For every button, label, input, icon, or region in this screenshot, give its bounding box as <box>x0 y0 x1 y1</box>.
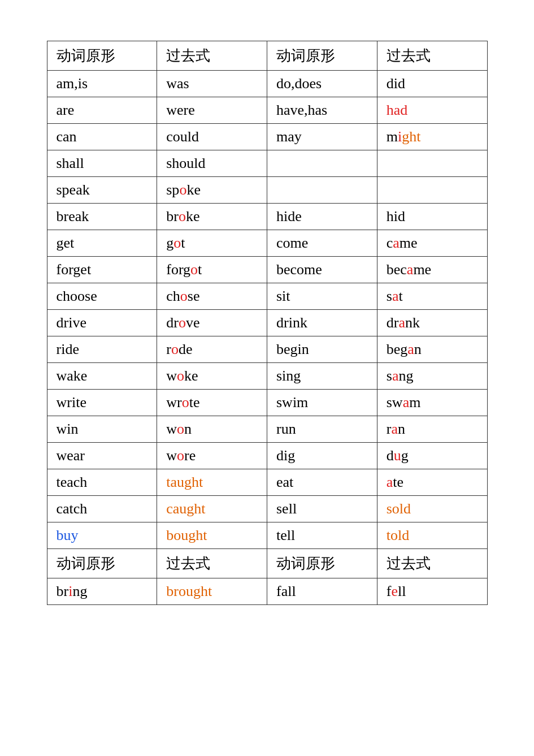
table-cell: got <box>157 230 267 257</box>
table-row: choosechosesitsat <box>47 283 487 310</box>
table-row: winwonrunran <box>47 416 487 443</box>
table-cell: tell <box>267 522 377 549</box>
header-col4: 过去式 <box>377 41 487 71</box>
table-cell <box>267 150 377 177</box>
table-row: 动词原形过去式动词原形过去式 <box>47 549 487 578</box>
table-cell: had <box>377 97 487 124</box>
table-cell: fell <box>377 578 487 605</box>
table-row: riderodebeginbegan <box>47 336 487 363</box>
table-row: am,iswasdo,doesdid <box>47 71 487 97</box>
table-cell: am,is <box>47 71 157 97</box>
table-cell: began <box>377 336 487 363</box>
table-row: teachtaughteatate <box>47 469 487 496</box>
table-cell: do,does <box>267 71 377 97</box>
table-cell: drove <box>157 310 267 336</box>
header-col3: 动词原形 <box>267 41 377 71</box>
table-cell: eat <box>267 469 377 496</box>
table-cell: swam <box>377 390 487 416</box>
table-cell: taught <box>157 469 267 496</box>
table-cell: bring <box>47 578 157 605</box>
table-header-row: 动词原形 过去式 动词原形 过去式 <box>47 41 487 71</box>
table-cell: sit <box>267 283 377 310</box>
table-row: shallshould <box>47 150 487 177</box>
table-cell: choose <box>47 283 157 310</box>
table-cell: sang <box>377 363 487 390</box>
table-cell: sing <box>267 363 377 390</box>
table-cell: can <box>47 124 157 150</box>
table-cell: ran <box>377 416 487 443</box>
table-cell: break <box>47 204 157 230</box>
table-cell: told <box>377 522 487 549</box>
table-row: wearworedigdug <box>47 443 487 469</box>
page-container: 动词原形 过去式 动词原形 过去式 am,iswasdo,doesdidarew… <box>47 34 488 722</box>
table-header-repeat: 动词原形 <box>47 549 157 578</box>
table-cell: ate <box>377 469 487 496</box>
table-cell: drink <box>267 310 377 336</box>
table-cell: wear <box>47 443 157 469</box>
table-cell: chose <box>157 283 267 310</box>
table-cell: drank <box>377 310 487 336</box>
verb-table: 动词原形 过去式 动词原形 过去式 am,iswasdo,doesdidarew… <box>47 41 488 605</box>
table-cell: wrote <box>157 390 267 416</box>
table-cell: bought <box>157 522 267 549</box>
table-cell: won <box>157 416 267 443</box>
table-cell: teach <box>47 469 157 496</box>
table-row: cancouldmaymight <box>47 124 487 150</box>
table-cell: sell <box>267 496 377 522</box>
table-cell <box>377 177 487 204</box>
table-cell: caught <box>157 496 267 522</box>
table-cell: may <box>267 124 377 150</box>
header-col1: 动词原形 <box>47 41 157 71</box>
table-cell: were <box>157 97 267 124</box>
table-row: writewroteswimswam <box>47 390 487 416</box>
table-cell: forget <box>47 257 157 283</box>
table-header-repeat: 过去式 <box>157 549 267 578</box>
table-cell: fall <box>267 578 377 605</box>
table-cell: begin <box>267 336 377 363</box>
table-cell: spoke <box>157 177 267 204</box>
table-cell: broke <box>157 204 267 230</box>
table-row: buyboughttelltold <box>47 522 487 549</box>
table-row: getgotcomecame <box>47 230 487 257</box>
table-cell: sat <box>377 283 487 310</box>
table-cell: wake <box>47 363 157 390</box>
table-cell <box>377 150 487 177</box>
table-cell: have,has <box>267 97 377 124</box>
table-row: forgetforgotbecomebecame <box>47 257 487 283</box>
table-cell: buy <box>47 522 157 549</box>
table-cell: dig <box>267 443 377 469</box>
table-cell: hide <box>267 204 377 230</box>
table-cell: became <box>377 257 487 283</box>
table-cell: write <box>47 390 157 416</box>
header-col2: 过去式 <box>157 41 267 71</box>
table-row: catchcaughtsellsold <box>47 496 487 522</box>
table-cell: hid <box>377 204 487 230</box>
table-cell: drive <box>47 310 157 336</box>
table-cell: catch <box>47 496 157 522</box>
table-cell: woke <box>157 363 267 390</box>
table-cell: might <box>377 124 487 150</box>
table-cell: was <box>157 71 267 97</box>
table-header-repeat: 动词原形 <box>267 549 377 578</box>
table-cell: came <box>377 230 487 257</box>
table-cell: are <box>47 97 157 124</box>
table-cell: should <box>157 150 267 177</box>
table-cell: become <box>267 257 377 283</box>
table-cell: dug <box>377 443 487 469</box>
table-cell: ride <box>47 336 157 363</box>
table-cell: could <box>157 124 267 150</box>
table-row: breakbrokehidehid <box>47 204 487 230</box>
table-cell: speak <box>47 177 157 204</box>
table-cell: win <box>47 416 157 443</box>
table-row: wakewokesingsang <box>47 363 487 390</box>
table-cell: get <box>47 230 157 257</box>
table-cell: run <box>267 416 377 443</box>
table-cell <box>267 177 377 204</box>
table-cell: brought <box>157 578 267 605</box>
table-row: speakspoke <box>47 177 487 204</box>
table-cell: did <box>377 71 487 97</box>
table-cell: swim <box>267 390 377 416</box>
table-cell: rode <box>157 336 267 363</box>
table-cell: forgot <box>157 257 267 283</box>
table-row: bringbroughtfallfell <box>47 578 487 605</box>
